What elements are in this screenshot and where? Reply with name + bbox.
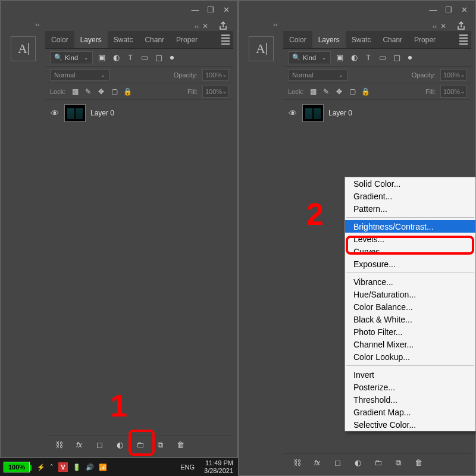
expand-chevrons-icon[interactable]: ›› <box>35 21 39 28</box>
layer-name[interactable]: Layer 0 <box>328 109 352 117</box>
adjustment-layer-icon[interactable]: ◐ <box>352 458 363 468</box>
maximize-button[interactable]: ❐ <box>441 4 456 15</box>
filter-kind-select[interactable]: 🔍 Kind ⌄ <box>288 51 331 64</box>
filter-toggle-icon[interactable] <box>170 56 174 60</box>
menu-item[interactable]: Exposure... <box>345 258 475 270</box>
lock-transparency-icon[interactable]: ▩ <box>70 87 80 96</box>
filter-pixel-icon[interactable]: ▣ <box>334 52 345 63</box>
lock-brush-icon[interactable]: ✎ <box>83 87 93 96</box>
lock-move-icon[interactable]: ✥ <box>96 87 106 96</box>
filter-smart-icon[interactable]: ▢ <box>154 52 164 63</box>
menu-item[interactable]: Black & White... <box>345 313 475 325</box>
menu-item[interactable]: Color Balance... <box>345 300 475 313</box>
menu-item[interactable]: Vibrance... <box>345 275 475 288</box>
lock-all-icon[interactable]: 🔒 <box>123 87 132 96</box>
fill-input[interactable]: 100%⌄ <box>202 86 228 98</box>
opacity-input[interactable]: 100%⌄ <box>202 69 228 81</box>
close-button[interactable]: ✕ <box>219 4 233 15</box>
tab-layers[interactable]: Layers <box>74 31 108 48</box>
filter-type-icon[interactable]: T <box>125 52 136 63</box>
filter-type-icon[interactable]: T <box>363 52 374 63</box>
blend-mode-select[interactable]: Normal ⌄ <box>50 69 109 81</box>
panel-close-icon[interactable]: ✕ <box>202 22 208 30</box>
fill-input[interactable]: 100%⌄ <box>440 86 466 98</box>
filter-shape-icon[interactable]: ▭ <box>139 52 150 63</box>
layer-mask-icon[interactable]: ◻ <box>94 440 105 450</box>
layer-mask-icon[interactable]: ◻ <box>332 458 343 468</box>
panel-menu-icon[interactable] <box>456 31 471 48</box>
filter-toggle-icon[interactable] <box>408 56 412 60</box>
lock-all-icon[interactable]: 🔒 <box>361 87 370 96</box>
layer-thumbnail[interactable] <box>64 104 86 122</box>
visibility-eye-icon[interactable]: 👁 <box>288 108 298 118</box>
layer-thumbnail[interactable] <box>302 104 324 122</box>
type-tool-preview[interactable]: A <box>11 36 36 61</box>
filter-pixel-icon[interactable]: ▣ <box>96 52 107 63</box>
minimize-button[interactable]: — <box>188 4 202 15</box>
link-layers-icon[interactable]: ⛓ <box>54 440 64 450</box>
tab-swatches[interactable]: Swatc <box>346 31 377 48</box>
adjustment-layer-icon[interactable]: ◐ <box>114 440 125 450</box>
taskbar-clock[interactable]: 11:49 PM 3/28/2021 <box>199 459 238 475</box>
menu-item[interactable]: Hue/Saturation... <box>345 288 475 300</box>
tab-properties[interactable]: Proper <box>408 31 441 48</box>
menu-item[interactable]: Posterize... <box>345 381 475 393</box>
layer-name[interactable]: Layer 0 <box>90 109 114 117</box>
lock-artboard-icon[interactable]: ▢ <box>109 87 119 96</box>
lock-transparency-icon[interactable]: ▩ <box>308 87 318 96</box>
tab-properties[interactable]: Proper <box>170 31 203 48</box>
taskbar-power-icon[interactable]: ⚡ <box>37 464 45 471</box>
lock-move-icon[interactable]: ✥ <box>334 87 344 96</box>
filter-kind-select[interactable]: 🔍 Kind ⌄ <box>50 51 93 64</box>
layer-fx-icon[interactable]: fx <box>312 458 322 468</box>
filter-smart-icon[interactable]: ▢ <box>392 52 402 63</box>
battery-indicator[interactable]: 100% <box>4 462 30 472</box>
new-group-icon[interactable]: 🗀 <box>372 458 383 468</box>
taskbar-up-icon[interactable]: ˄ <box>50 464 54 471</box>
filter-adjustment-icon[interactable]: ◐ <box>349 52 359 63</box>
menu-item[interactable]: Solid Color... <box>345 177 475 190</box>
layer-row[interactable]: 👁 Layer 0 <box>45 102 233 124</box>
new-layer-icon[interactable]: ⧉ <box>155 440 165 450</box>
tab-channels[interactable]: Chanr <box>139 31 170 48</box>
tab-color[interactable]: Color <box>45 31 74 48</box>
delete-layer-icon[interactable]: 🗑 <box>413 458 424 468</box>
filter-shape-icon[interactable]: ▭ <box>377 52 388 63</box>
expand-chevrons-icon[interactable]: ›› <box>273 21 277 28</box>
menu-item[interactable]: Channel Mixer... <box>345 338 475 350</box>
menu-item[interactable]: Selective Color... <box>345 418 475 431</box>
collapse-chevrons-icon[interactable]: ‹‹ <box>195 23 199 30</box>
type-tool-preview[interactable]: A <box>249 36 274 61</box>
layer-row[interactable]: 👁 Layer 0 <box>283 102 471 124</box>
tab-swatches[interactable]: Swatc <box>108 31 139 48</box>
menu-item[interactable]: Brightness/Contrast... <box>345 220 475 233</box>
lock-brush-icon[interactable]: ✎ <box>321 87 331 96</box>
menu-item[interactable]: Color Lookup... <box>345 350 475 363</box>
taskbar-volume-icon[interactable]: 🔊 <box>86 464 94 471</box>
menu-item[interactable]: Gradient Map... <box>345 406 475 418</box>
close-button[interactable]: ✕ <box>457 4 471 15</box>
taskbar-battery-icon[interactable]: 🔋 <box>73 464 81 471</box>
blend-mode-select[interactable]: Normal ⌄ <box>288 69 347 81</box>
tab-channels[interactable]: Chanr <box>377 31 408 48</box>
collapse-chevrons-icon[interactable]: ‹‹ <box>433 23 437 30</box>
menu-item[interactable]: Gradient... <box>345 190 475 202</box>
menu-item[interactable]: Threshold... <box>345 393 475 406</box>
tab-color[interactable]: Color <box>283 31 312 48</box>
panel-menu-icon[interactable] <box>218 31 233 48</box>
menu-item[interactable]: Pattern... <box>345 202 475 215</box>
delete-layer-icon[interactable]: 🗑 <box>175 440 186 450</box>
lock-artboard-icon[interactable]: ▢ <box>347 87 357 96</box>
minimize-button[interactable]: — <box>426 4 440 15</box>
layer-fx-icon[interactable]: fx <box>74 440 84 450</box>
taskbar-app-v-icon[interactable]: V <box>58 462 68 472</box>
taskbar-language[interactable]: ENG <box>176 464 199 471</box>
maximize-button[interactable]: ❐ <box>203 4 218 15</box>
visibility-eye-icon[interactable]: 👁 <box>50 108 60 118</box>
opacity-input[interactable]: 100%⌄ <box>440 69 466 81</box>
panel-close-icon[interactable]: ✕ <box>440 22 446 30</box>
filter-adjustment-icon[interactable]: ◐ <box>111 52 121 63</box>
link-layers-icon[interactable]: ⛓ <box>292 458 302 468</box>
tab-layers[interactable]: Layers <box>312 31 346 48</box>
menu-item[interactable]: Photo Filter... <box>345 325 475 338</box>
